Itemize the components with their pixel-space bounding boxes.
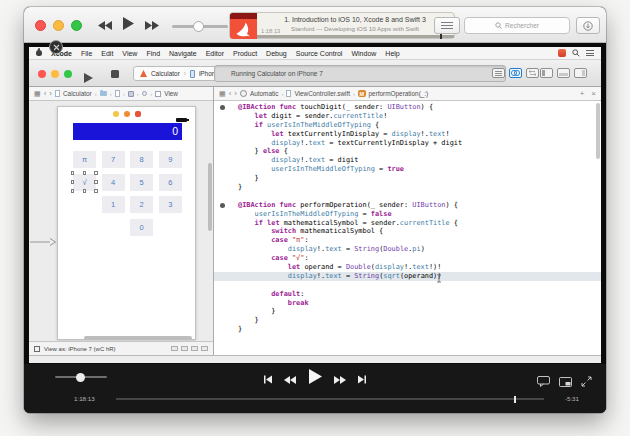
code-line[interactable]: userIsInTheMiddleOfTyping = false xyxy=(214,210,601,219)
calc-button-9[interactable]: 9 xyxy=(159,151,182,168)
calc-button-8[interactable]: 8 xyxy=(130,151,153,168)
selection-handle[interactable] xyxy=(83,171,87,175)
menubar-app-icon[interactable] xyxy=(558,49,566,57)
standard-editor-icon[interactable] xyxy=(492,68,505,78)
next-track-icon[interactable] xyxy=(358,370,367,388)
ibaction-connection-icon[interactable] xyxy=(220,105,225,110)
code-editor[interactable]: @IBAction func touchDigit(_ sender: UIBu… xyxy=(214,101,601,355)
code-line[interactable]: break xyxy=(214,299,601,308)
fast-forward-icon[interactable] xyxy=(334,370,346,388)
back-icon[interactable]: ‹ xyxy=(229,90,232,98)
code-line[interactable]: userIsInTheMiddleOfTyping = true xyxy=(214,165,601,174)
code-jump-bar[interactable]: ▦ ‹ › Automatic › ViewController.swift ›… xyxy=(214,87,601,101)
version-editor-icon[interactable] xyxy=(526,68,539,78)
stop-button[interactable] xyxy=(111,70,119,78)
calc-button-π[interactable]: π xyxy=(73,151,96,168)
forward-icon[interactable]: › xyxy=(234,90,237,98)
rewind-icon[interactable] xyxy=(98,16,112,34)
view-controller-view[interactable]: 0 π789√4561230 xyxy=(57,106,196,340)
view-controller-dock-icons[interactable] xyxy=(58,111,195,117)
minimize-window-button[interactable] xyxy=(53,20,64,31)
menu-find[interactable]: Find xyxy=(146,50,160,57)
playhead[interactable] xyxy=(514,396,516,403)
code-line[interactable]: case "√": xyxy=(214,254,601,263)
calc-button-3[interactable]: 3 xyxy=(159,196,182,213)
selection-handle[interactable] xyxy=(94,171,98,175)
selection-handle[interactable] xyxy=(71,189,75,193)
code-line[interactable]: if let mathematicalSymbol = sender.curre… xyxy=(214,219,601,228)
related-items-icon[interactable]: ▦ xyxy=(219,90,226,97)
menu-file[interactable]: File xyxy=(81,50,92,57)
calc-button-5[interactable]: 5 xyxy=(130,174,153,191)
related-items-icon[interactable]: ▦ xyxy=(34,90,41,97)
picture-in-picture-icon[interactable] xyxy=(559,373,572,391)
code-scrollbar[interactable] xyxy=(596,103,600,159)
ib-zoom-icons[interactable] xyxy=(171,346,208,351)
code-line[interactable]: } xyxy=(214,183,601,192)
calc-button-√[interactable]: √ xyxy=(73,174,96,191)
code-line[interactable]: display!.text = String(Double.pi) xyxy=(214,245,601,254)
search-input[interactable]: Rechercher xyxy=(464,17,570,34)
fast-forward-icon[interactable] xyxy=(145,16,159,34)
code-line[interactable]: switch mathematicalSymbol { xyxy=(214,227,601,236)
code-line[interactable]: let digit = sender.currentTitle! xyxy=(214,112,601,121)
subtitles-icon[interactable] xyxy=(537,373,550,391)
rewind-icon[interactable] xyxy=(284,370,296,388)
xcode-close-button[interactable] xyxy=(38,70,46,78)
volume-slider[interactable] xyxy=(172,25,228,28)
code-line[interactable] xyxy=(214,281,601,290)
menu-navigate[interactable]: Navigate xyxy=(169,50,197,57)
play-icon[interactable] xyxy=(308,369,322,388)
navigator-toggle-icon[interactable] xyxy=(540,68,553,78)
spotlight-icon[interactable] xyxy=(572,49,580,57)
calculator-display-label[interactable]: 0 xyxy=(73,123,182,140)
ibaction-connection-icon[interactable] xyxy=(220,203,225,208)
storyboard-canvas[interactable]: 0 π789√4561230 xyxy=(29,101,213,341)
calc-button-6[interactable]: 6 xyxy=(159,174,182,191)
code-line[interactable]: default: xyxy=(214,290,601,299)
notification-center-icon[interactable] xyxy=(586,49,594,58)
close-video-button[interactable] xyxy=(49,40,63,54)
menu-view[interactable]: View xyxy=(122,50,137,57)
selection-handle[interactable] xyxy=(71,171,75,175)
code-line[interactable]: } xyxy=(214,307,601,316)
calc-button-1[interactable]: 1 xyxy=(102,196,125,213)
ib-jump-view[interactable]: View xyxy=(164,90,178,97)
menu-window[interactable]: Window xyxy=(351,50,376,57)
calc-button-4[interactable]: 4 xyxy=(102,174,125,191)
ib-jump-bar[interactable]: ▦ ‹ › Calculator › › › › › xyxy=(29,87,213,101)
code-line[interactable]: @IBAction func performOperation(_ sender… xyxy=(214,201,601,210)
selection-handle[interactable] xyxy=(94,180,98,184)
jump-symbol-label[interactable]: performOperation(_:) xyxy=(369,90,429,97)
fullscreen-icon[interactable] xyxy=(581,373,592,391)
lcd-progress-bar[interactable] xyxy=(257,35,454,38)
device-orientation-icon[interactable] xyxy=(34,346,40,352)
selection-handle[interactable] xyxy=(94,189,98,193)
jump-mode-label[interactable]: Automatic xyxy=(250,90,278,97)
apple-menu-icon[interactable] xyxy=(36,50,42,56)
code-line[interactable]: } else { xyxy=(214,147,601,156)
code-line[interactable]: case "π": xyxy=(214,236,601,245)
close-split-button[interactable]: × xyxy=(591,89,596,98)
menu-source-control[interactable]: Source Control xyxy=(296,50,343,57)
zoom-window-button[interactable] xyxy=(71,20,82,31)
code-line[interactable]: } xyxy=(214,325,601,334)
calc-button-0[interactable]: 0 xyxy=(130,219,153,236)
up-next-button[interactable] xyxy=(434,17,460,34)
inspector-toggle-icon[interactable] xyxy=(574,68,587,78)
code-line[interactable]: display!.text = digit xyxy=(214,156,601,165)
xcode-zoom-button[interactable] xyxy=(64,70,72,78)
entry-point-arrow[interactable] xyxy=(30,233,57,251)
exit-icon[interactable] xyxy=(135,111,141,117)
selection-handle[interactable] xyxy=(83,189,87,193)
back-icon[interactable]: ‹ xyxy=(44,90,47,98)
play-icon[interactable] xyxy=(123,16,134,34)
download-button[interactable] xyxy=(576,17,600,34)
menu-editor[interactable]: Editor xyxy=(206,50,224,57)
forward-icon[interactable]: › xyxy=(49,90,52,98)
ib-vertical-scrollbar[interactable] xyxy=(208,163,212,231)
debug-area-toggle-icon[interactable] xyxy=(557,68,570,78)
code-line[interactable]: @IBAction func touchDigit(_ sender: UIBu… xyxy=(214,103,601,112)
add-tab-button[interactable]: + xyxy=(580,89,585,98)
ib-jump-project[interactable]: Calculator xyxy=(63,90,92,97)
